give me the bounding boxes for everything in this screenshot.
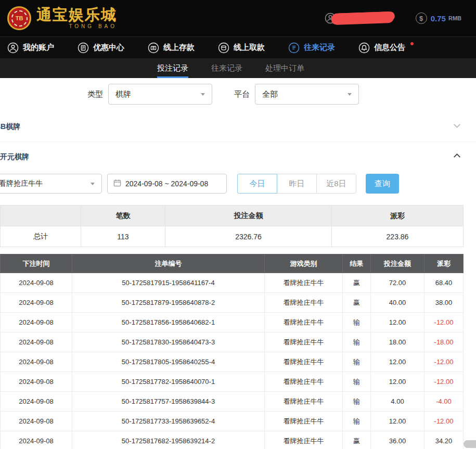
- account-info[interactable]: [325, 12, 394, 24]
- search-button[interactable]: 查询: [366, 174, 399, 194]
- table-row: 2024-09-0850-1725817915-1958641167-4看牌抢庄…: [1, 273, 464, 293]
- bet-date-cell: 2024-09-08: [1, 372, 72, 392]
- type-label: 类型: [87, 89, 103, 99]
- deposit-icon: [148, 42, 159, 54]
- nav-label: 优惠中心: [93, 43, 124, 53]
- bet-date-cell: 2024-09-08: [1, 293, 72, 313]
- type-filter: 类型 棋牌: [87, 84, 212, 105]
- query-controls: 看牌抢庄牛牛 2024-09-08 ~ 2024-09-08 今日 昨日 近8日…: [0, 174, 476, 194]
- nav-label: 线上存款: [163, 43, 195, 53]
- date-shortcut-group: 今日 昨日 近8日: [237, 174, 356, 194]
- main-nav: 我的账户 优惠中心 线上存款 线上取款 往来记录: [0, 36, 476, 58]
- payout-cell: -12.00: [424, 412, 464, 431]
- platform-filter: 平台 全部: [234, 84, 359, 105]
- bet-id-cell: 50-1725817856-1958640682-1: [72, 313, 265, 332]
- filter-bar: 类型 棋牌 平台 全部: [0, 78, 476, 110]
- promo-icon: [78, 42, 89, 54]
- result-cell: 赢: [343, 273, 371, 293]
- payout-cell: 38.00: [424, 293, 464, 313]
- type-select[interactable]: 棋牌: [108, 84, 212, 105]
- game-type-cell: 看牌抢庄牛牛: [265, 412, 343, 431]
- nav-item-my-account[interactable]: 我的账户: [7, 42, 54, 54]
- bet-date-cell: 2024-09-08: [1, 332, 72, 352]
- payout-cell: -18.00: [424, 332, 464, 352]
- bet-id-cell: 50-1725817733-1958639652-4: [72, 412, 265, 431]
- section-title: BB棋牌: [0, 122, 20, 132]
- currency-dollar-icon: $: [416, 12, 427, 24]
- casino-chip-icon: TB: [7, 6, 31, 30]
- table-row: 2024-09-0850-1725817830-1958640473-3看牌抢庄…: [1, 332, 464, 352]
- section-kaiyuan-qipai[interactable]: 开元棋牌: [0, 142, 476, 172]
- nav-item-promotions[interactable]: 优惠中心: [78, 42, 124, 54]
- date-range-value: 2024-09-08 ~ 2024-09-08: [125, 179, 208, 188]
- nav-item-withdraw[interactable]: 线上取款: [218, 42, 265, 54]
- redacted-username: [331, 11, 394, 25]
- chevron-down-icon: [453, 121, 461, 132]
- game-type-cell: 看牌抢庄牛牛: [265, 392, 343, 412]
- logo-text: 通宝娱乐城 TONG BAO: [36, 7, 117, 29]
- header-bet-time: 下注时间: [1, 254, 72, 273]
- section-bb-qipai[interactable]: BB棋牌: [0, 112, 476, 142]
- yesterday-button[interactable]: 昨日: [277, 174, 317, 194]
- payout-cell: 34.20: [424, 431, 464, 449]
- game-select[interactable]: 看牌抢庄牛牛: [0, 174, 102, 194]
- nav-label: 线上取款: [234, 43, 265, 53]
- bet-amount-cell: 18.00: [371, 332, 424, 352]
- tab-transaction-records[interactable]: 往来记录: [211, 58, 242, 78]
- last-8-days-button[interactable]: 近8日: [316, 174, 356, 194]
- user-icon: [7, 42, 19, 54]
- date-range-input[interactable]: 2024-09-08 ~ 2024-09-08: [107, 174, 227, 194]
- today-button[interactable]: 今日: [237, 174, 277, 194]
- table-row: 2024-09-0850-1725817805-1958640255-4看牌抢庄…: [1, 352, 464, 372]
- nav-item-transactions[interactable]: 往来记录: [288, 42, 335, 54]
- scrollbar-thumb[interactable]: [464, 440, 476, 448]
- bet-amount-cell: 40.00: [371, 293, 424, 313]
- nav-label: 往来记录: [304, 43, 335, 53]
- site-title: 通宝娱乐城: [36, 7, 117, 22]
- table-row: 2024-09-0850-1725817782-1958640070-1看牌抢庄…: [1, 372, 464, 392]
- result-cell: 输: [343, 372, 371, 392]
- header-result: 结果: [343, 254, 371, 273]
- balance-amount: 0.75: [431, 14, 446, 23]
- page: TB 通宝娱乐城 TONG BAO $ 0.75 RMB: [0, 0, 476, 449]
- table-row: 2024-09-0850-1725817682-1958639214-2看牌抢庄…: [1, 431, 464, 449]
- payout-cell: 68.40: [424, 273, 464, 293]
- bet-date-cell: 2024-09-08: [1, 352, 72, 372]
- bet-date-cell: 2024-09-08: [1, 392, 72, 412]
- nav-item-announcements[interactable]: 信息公告: [358, 42, 414, 54]
- payout-cell: -4.00: [424, 392, 464, 412]
- result-cell: 输: [343, 313, 371, 332]
- bet-id-cell: 50-1725817757-1958639844-3: [72, 392, 265, 412]
- table-row: 2024-09-0850-1725817733-1958639652-4看牌抢庄…: [1, 412, 464, 431]
- nav-item-deposit[interactable]: 线上存款: [148, 42, 195, 54]
- game-type-cell: 看牌抢庄牛牛: [265, 332, 343, 352]
- game-type-cell: 看牌抢庄牛牛: [265, 352, 343, 372]
- summary-header-count: 笔数: [81, 206, 165, 226]
- calendar-icon: [113, 179, 121, 188]
- chevron-down-icon: [348, 93, 352, 96]
- game-type-cell: 看牌抢庄牛牛: [265, 273, 343, 293]
- bet-id-cell: 50-1725817682-1958639214-2: [72, 431, 265, 449]
- bet-amount-cell: 12.00: [371, 313, 424, 332]
- type-select-value: 棋牌: [115, 89, 131, 99]
- records-icon: [288, 42, 300, 54]
- summary-header-row: 笔数 投注金额 派彩: [1, 206, 464, 226]
- table-row: 2024-09-0850-1725817879-1958640878-2看牌抢庄…: [1, 293, 464, 313]
- bell-icon: [358, 42, 370, 54]
- platform-label: 平台: [234, 89, 250, 99]
- result-cell: 输: [343, 392, 371, 412]
- tab-betting-records[interactable]: 投注记录: [157, 58, 188, 78]
- tab-processing-orders[interactable]: 处理中订单: [265, 58, 304, 78]
- chevron-down-icon: [91, 183, 95, 185]
- sub-nav: 投注记录 往来记录 处理中订单: [0, 58, 476, 78]
- platform-select[interactable]: 全部: [255, 84, 359, 105]
- game-type-cell: 看牌抢庄牛牛: [265, 372, 343, 392]
- section-title: 开元棋牌: [0, 152, 29, 162]
- bet-amount-cell: 12.00: [371, 412, 424, 431]
- header-bet-amount: 投注金额: [371, 254, 424, 273]
- summary-bet-amount-value: 2326.76: [165, 226, 332, 247]
- bet-id-cell: 50-1725817915-1958641167-4: [72, 273, 265, 293]
- header-bet-id: 注单编号: [72, 254, 265, 273]
- game-type-cell: 看牌抢庄牛牛: [265, 313, 343, 332]
- logo[interactable]: TB 通宝娱乐城 TONG BAO: [7, 6, 117, 30]
